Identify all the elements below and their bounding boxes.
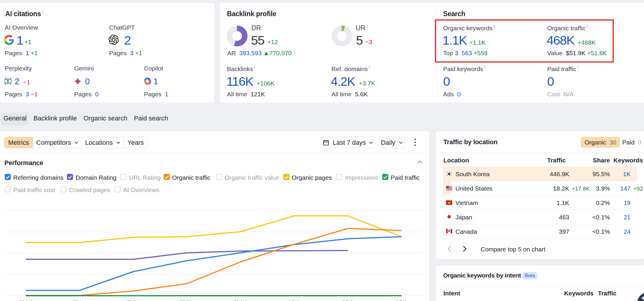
svg-text:3 Feb: 3 Feb — [396, 299, 407, 301]
svg-text:31 Jan: 31 Jan — [234, 299, 247, 301]
svg-text:27 Jan: 27 Jan — [19, 299, 32, 301]
svg-text:28 Jan: 28 Jan — [73, 299, 86, 301]
svg-text:30 Jan: 30 Jan — [180, 299, 193, 301]
svg-text:1 Feb: 1 Feb — [289, 299, 300, 301]
svg-text:2 Feb: 2 Feb — [342, 299, 353, 301]
svg-text:29 Jan: 29 Jan — [126, 299, 140, 301]
